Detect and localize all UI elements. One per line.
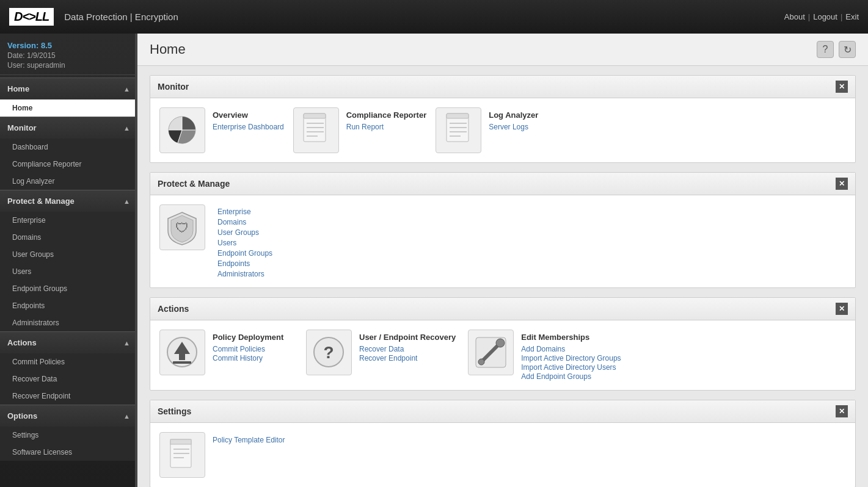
version-info: Version: 8.5 Date: 1/9/2015 User: supera…	[0, 34, 137, 75]
protect-manage-section-header: Protect & Manage ✕	[150, 173, 855, 195]
recover-data-link[interactable]: Recover Data	[359, 345, 404, 353]
sidebar-item-recover-endpoint[interactable]: Recover Endpoint	[0, 388, 137, 405]
monitor-section-body: Overview Enterprise Dashboard	[150, 98, 855, 162]
sidebar-item-endpoint-groups[interactable]: Endpoint Groups	[0, 280, 137, 297]
pm-administrators-link[interactable]: Administrators	[217, 270, 272, 278]
overview-card-title: Overview	[213, 110, 284, 120]
overview-card-content: Overview Enterprise Dashboard	[213, 107, 284, 131]
server-logs-link[interactable]: Server Logs	[489, 123, 528, 131]
log-analyzer-card-content: Log Analyzer Server Logs	[489, 107, 538, 131]
sidebar-item-software-licenses[interactable]: Software Licenses	[0, 444, 137, 461]
help-button[interactable]: ?	[817, 41, 834, 58]
protect-manage-items: Enterprise Domains User Groups Users End…	[0, 212, 137, 331]
protect-manage-section-body: 🛡 Enterprise Domains User Groups Users E…	[150, 195, 855, 287]
sidebar-item-compliance-reporter[interactable]: Compliance Reporter	[0, 156, 137, 173]
main-layout: Version: 8.5 Date: 1/9/2015 User: supera…	[0, 34, 868, 487]
pm-enterprise-link[interactable]: Enterprise	[217, 207, 272, 216]
sep1: |	[808, 12, 810, 21]
about-link[interactable]: About	[784, 12, 805, 21]
sidebar-item-user-groups[interactable]: User Groups	[0, 246, 137, 263]
import-ad-groups-link[interactable]: Import Active Directory Groups	[521, 354, 621, 363]
sidebar-resize-handle[interactable]	[135, 34, 137, 487]
policy-deployment-card-title: Policy Deployment	[213, 333, 283, 342]
settings-section-header: Settings ✕	[150, 400, 855, 423]
version-text: Version: 8.5	[7, 41, 130, 50]
add-domains-link[interactable]: Add Domains	[521, 345, 565, 353]
sidebar-item-users[interactable]: Users	[0, 263, 137, 280]
overview-icon	[159, 107, 205, 153]
edit-memberships-card-title: Edit Memberships	[521, 333, 621, 342]
policy-template-editor-card: Policy Template Editor	[159, 432, 285, 478]
sidebar-item-administrators[interactable]: Administrators	[0, 314, 137, 331]
log-analyzer-icon	[436, 107, 481, 153]
compliance-reporter-icon	[293, 107, 339, 153]
monitor-cards-row: Overview Enterprise Dashboard	[159, 107, 846, 153]
sidebar-section-header-actions[interactable]: Actions ▲	[0, 331, 137, 353]
user-endpoint-recovery-card-content: User / Endpoint Recovery Recover Data Re…	[359, 330, 456, 363]
content-body: Monitor ✕	[137, 66, 868, 487]
actions-cards-row: Policy Deployment Commit Policies Commit…	[159, 330, 846, 381]
edit-memberships-icon	[468, 330, 514, 375]
refresh-button[interactable]: ↻	[839, 41, 856, 58]
protect-manage-section-title: Protect & Manage	[158, 179, 230, 189]
monitor-section-label: Monitor	[7, 123, 37, 132]
protect-manage-collapse-btn[interactable]: ✕	[836, 178, 848, 190]
actions-chevron-icon: ▲	[123, 339, 130, 347]
monitor-items: Dashboard Compliance Reporter Log Analyz…	[0, 139, 137, 190]
sidebar-section-home: Home ▲ Home	[0, 78, 137, 117]
content-area: Home ? ↻ Monitor ✕	[137, 34, 868, 487]
options-chevron-icon: ▲	[123, 413, 130, 420]
import-ad-users-link[interactable]: Import Active Directory Users	[521, 363, 616, 372]
sidebar-section-options: Options ▲ Settings Software Licenses	[0, 405, 137, 461]
home-items: Home	[0, 99, 137, 117]
options-items: Settings Software Licenses	[0, 427, 137, 461]
user-endpoint-recovery-icon: ?	[306, 330, 352, 375]
sidebar-item-domains[interactable]: Domains	[0, 229, 137, 246]
sidebar-section-monitor: Monitor ▲ Dashboard Compliance Reporter …	[0, 117, 137, 190]
content-header-actions: ? ↻	[817, 41, 856, 58]
policy-template-editor-icon	[159, 432, 205, 478]
monitor-collapse-btn[interactable]: ✕	[836, 81, 848, 93]
svg-rect-12	[447, 114, 469, 118]
settings-collapse-btn[interactable]: ✕	[836, 405, 848, 417]
sidebar-item-commit-policies[interactable]: Commit Policies	[0, 353, 137, 370]
actions-section-label: Actions	[7, 338, 37, 347]
actions-items: Commit Policies Recover Data Recover End…	[0, 353, 137, 405]
log-analyzer-card-title: Log Analyzer	[489, 110, 538, 120]
sidebar-item-recover-data[interactable]: Recover Data	[0, 370, 137, 388]
sidebar-section-protect-manage: Protect & Manage ▲ Enterprise Domains Us…	[0, 190, 137, 331]
sidebar-item-home[interactable]: Home	[0, 99, 137, 117]
actions-collapse-btn[interactable]: ✕	[836, 303, 848, 315]
sidebar-item-enterprise[interactable]: Enterprise	[0, 212, 137, 229]
run-report-link[interactable]: Run Report	[346, 123, 384, 131]
compliance-reporter-card-title: Compliance Reporter	[346, 110, 426, 120]
options-section-label: Options	[7, 411, 37, 420]
pm-user-groups-link[interactable]: User Groups	[217, 228, 272, 237]
settings-section-body: Policy Template Editor	[150, 423, 855, 487]
policy-template-editor-link[interactable]: Policy Template Editor	[213, 436, 285, 444]
sidebar-section-header-protect-manage[interactable]: Protect & Manage ▲	[0, 190, 137, 212]
overview-card: Overview Enterprise Dashboard	[159, 107, 284, 153]
add-endpoint-groups-link[interactable]: Add Endpoint Groups	[521, 372, 591, 381]
sidebar-item-endpoints[interactable]: Endpoints	[0, 297, 137, 314]
sidebar-item-log-analyzer[interactable]: Log Analyzer	[0, 173, 137, 190]
sidebar-section-header-home[interactable]: Home ▲	[0, 78, 137, 99]
sidebar-section-header-monitor[interactable]: Monitor ▲	[0, 117, 137, 139]
settings-section: Settings ✕	[150, 400, 856, 487]
pm-users-link[interactable]: Users	[217, 239, 272, 247]
sidebar-item-settings[interactable]: Settings	[0, 427, 137, 444]
sep2: |	[841, 12, 842, 21]
recover-endpoint-link[interactable]: Recover Endpoint	[359, 354, 417, 363]
exit-link[interactable]: Exit	[845, 12, 859, 21]
commit-policies-link[interactable]: Commit Policies	[213, 345, 265, 353]
sidebar-section-actions: Actions ▲ Commit Policies Recover Data R…	[0, 331, 137, 405]
pm-domains-link[interactable]: Domains	[217, 218, 272, 226]
sidebar-item-dashboard[interactable]: Dashboard	[0, 139, 137, 156]
commit-history-link[interactable]: Commit History	[213, 354, 263, 363]
pm-endpoint-groups-link[interactable]: Endpoint Groups	[217, 249, 272, 258]
logout-link[interactable]: Logout	[813, 12, 837, 21]
pm-endpoints-link[interactable]: Endpoints	[217, 259, 272, 268]
sidebar-section-header-options[interactable]: Options ▲	[0, 405, 137, 427]
enterprise-dashboard-link[interactable]: Enterprise Dashboard	[213, 123, 284, 131]
protect-manage-chevron-icon: ▲	[123, 198, 130, 205]
